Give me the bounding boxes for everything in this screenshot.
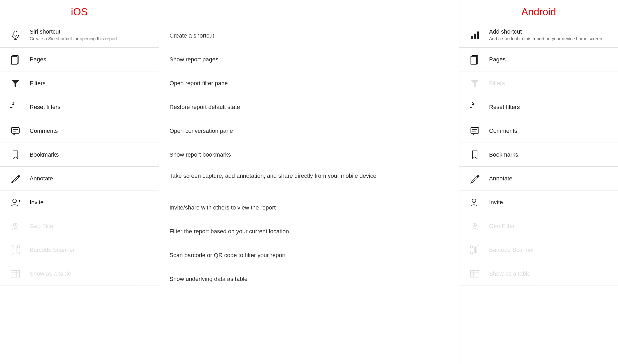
android-item-annotate[interactable]: Annotate — [459, 167, 618, 190]
svg-rect-0 — [14, 31, 17, 36]
android-item-pages[interactable]: Pages — [459, 48, 618, 71]
ios-panel: iOS Siri shortcut Create a Siri shortcut… — [0, 0, 159, 364]
filters-text: Filters — [30, 80, 46, 87]
svg-rect-15 — [17, 246, 20, 248]
svg-rect-43 — [477, 246, 479, 248]
barcode-scanner-label: Barcode Scanner — [30, 247, 75, 253]
android-filters-text: Filters — [489, 80, 505, 87]
ios-item-geo-filter: Geo Filter — [0, 214, 159, 238]
android-reset-filters-text: Reset filters — [489, 104, 520, 111]
page: iOS Siri shortcut Create a Siri shortcut… — [0, 0, 618, 364]
ios-item-reset-filters[interactable]: Reset filters — [0, 95, 159, 119]
ios-item-invite[interactable]: Invite — [0, 190, 159, 214]
filters-label: Filters — [30, 80, 46, 87]
svg-rect-4 — [11, 56, 17, 64]
add-shortcut-label: Add shortcut — [489, 28, 602, 35]
siri-shortcut-text: Siri shortcut Create a Siri shortcut for… — [30, 28, 117, 42]
ios-title: iOS — [0, 0, 159, 22]
filter-icon-android — [468, 78, 482, 88]
svg-rect-42 — [471, 246, 473, 248]
svg-marker-5 — [11, 80, 19, 87]
android-item-filters: Filters — [459, 71, 618, 95]
android-item-comments[interactable]: Comments — [459, 119, 618, 143]
desc-create-shortcut: Create a shortcut — [159, 24, 459, 48]
ios-item-filters[interactable]: Filters — [0, 71, 159, 95]
comments-label: Comments — [30, 128, 58, 134]
desc-restore-default: Restore report default state — [159, 95, 459, 119]
annotate-icon — [8, 174, 22, 184]
android-annotate-label: Annotate — [489, 175, 512, 182]
microphone-icon — [8, 30, 22, 40]
android-item-geo-filter: Geo Filter — [459, 214, 618, 238]
android-invite-label: Invite — [489, 199, 503, 206]
annotate-icon-android — [468, 174, 482, 184]
ios-item-comments[interactable]: Comments — [0, 119, 159, 143]
barcode-icon-android — [468, 245, 482, 255]
ios-item-barcode-scanner: Barcode Scanner — [0, 238, 159, 262]
pages-label: Pages — [30, 56, 46, 63]
android-show-as-table-text: Show as a table — [489, 270, 531, 277]
comments-icon — [8, 126, 22, 136]
android-reset-filters-label: Reset filters — [489, 104, 520, 111]
android-pages-label: Pages — [489, 56, 505, 63]
annotate-label: Annotate — [30, 175, 53, 182]
android-geo-filter-text: Geo Filter — [489, 223, 515, 230]
android-comments-text: Comments — [489, 128, 517, 134]
android-barcode-scanner-label: Barcode Scanner — [489, 247, 534, 253]
svg-rect-23 — [11, 270, 20, 277]
filter-icon — [8, 78, 22, 88]
show-as-table-text: Show as a table — [30, 270, 71, 277]
columns-wrapper: iOS Siri shortcut Create a Siri shortcut… — [0, 0, 618, 364]
invite-text: Invite — [30, 199, 44, 206]
barcode-scanner-text: Barcode Scanner — [30, 247, 75, 253]
android-item-show-as-table: Show as a table — [459, 262, 618, 286]
svg-rect-44 — [471, 252, 473, 254]
svg-rect-16 — [11, 252, 13, 254]
svg-point-41 — [474, 225, 475, 226]
bookmark-icon-android — [468, 150, 482, 160]
android-item-add-shortcut[interactable]: Add shortcut Add a shortcut to this repo… — [459, 22, 618, 48]
desc-geo-filter: Filter the report based on your current … — [159, 220, 459, 243]
reset-icon — [8, 102, 22, 112]
android-panel: Android Add shortcut Add a shortcut to t… — [459, 0, 618, 364]
svg-rect-51 — [471, 270, 479, 277]
ios-item-siri-shortcut[interactable]: Siri shortcut Create a Siri shortcut for… — [0, 22, 159, 48]
android-item-barcode-scanner: Barcode Scanner — [459, 238, 618, 262]
desc-invite: Invite/share with others to view the rep… — [159, 196, 459, 220]
android-item-invite[interactable]: Invite — [459, 190, 618, 214]
svg-rect-14 — [11, 246, 13, 248]
center-panel: Create a shortcut Show report pages Open… — [159, 0, 459, 364]
geo-filter-text: Geo Filter — [30, 223, 55, 230]
comments-text: Comments — [30, 128, 58, 134]
android-barcode-scanner-text: Barcode Scanner — [489, 247, 534, 253]
show-as-table-label: Show as a table — [30, 270, 71, 277]
desc-open-filter-pane: Open report filter pane — [159, 71, 459, 95]
android-bookmarks-text: Bookmarks — [489, 151, 518, 158]
ios-item-annotate[interactable]: Annotate — [0, 167, 159, 190]
siri-shortcut-sublabel: Create a Siri shortcut for opening this … — [30, 36, 117, 42]
svg-rect-34 — [471, 128, 479, 133]
desc-show-table: Show underlying data as table — [159, 267, 459, 291]
svg-point-37 — [472, 199, 476, 203]
android-filters-label: Filters — [489, 80, 505, 87]
ios-item-bookmarks[interactable]: Bookmarks — [0, 143, 159, 167]
ios-item-show-as-table: Show as a table — [0, 262, 159, 286]
reset-filters-label: Reset filters — [30, 104, 60, 111]
desc-show-bookmarks: Show report bookmarks — [159, 143, 459, 167]
annotate-text: Annotate — [30, 175, 53, 182]
android-item-reset-filters[interactable]: Reset filters — [459, 95, 618, 119]
geo-icon-android — [468, 221, 482, 231]
android-show-as-table-label: Show as a table — [489, 270, 531, 277]
android-item-bookmarks[interactable]: Bookmarks — [459, 143, 618, 167]
desc-show-report-pages: Show report pages — [159, 48, 459, 71]
table-icon — [8, 269, 22, 279]
android-bookmarks-label: Bookmarks — [489, 151, 518, 158]
android-annotate-text: Annotate — [489, 175, 512, 182]
svg-point-13 — [15, 225, 16, 226]
add-shortcut-sublabel: Add a shortcut to this report on your de… — [489, 36, 602, 42]
invite-label: Invite — [30, 199, 44, 206]
android-comments-label: Comments — [489, 128, 517, 134]
ios-item-pages[interactable]: Pages — [0, 48, 159, 71]
reset-filters-text: Reset filters — [30, 104, 60, 111]
bookmark-icon — [8, 150, 22, 160]
